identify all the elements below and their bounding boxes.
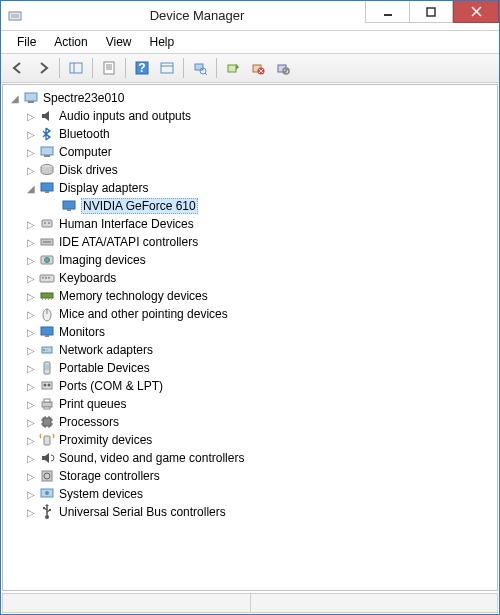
category-label: Human Interface Devices: [59, 217, 194, 231]
system-icon: [39, 486, 55, 502]
computer-icon: [23, 90, 39, 106]
category-label: Bluetooth: [59, 127, 110, 141]
tree-category[interactable]: ▷Proximity devices: [3, 431, 497, 449]
category-label: Print queues: [59, 397, 126, 411]
expand-icon[interactable]: ▷: [25, 146, 37, 158]
svg-rect-6: [70, 63, 82, 73]
maximize-button[interactable]: [409, 1, 453, 23]
tree-category[interactable]: ▷Monitors: [3, 323, 497, 341]
expand-icon[interactable]: ▷: [25, 254, 37, 266]
svg-point-63: [48, 384, 51, 387]
tree-category[interactable]: ▷Computer: [3, 143, 497, 161]
svg-point-58: [46, 349, 48, 351]
forward-button[interactable]: [32, 57, 54, 79]
tree-category[interactable]: ▷Storage controllers: [3, 467, 497, 485]
tree-category[interactable]: ▷Human Interface Devices: [3, 215, 497, 233]
expand-icon[interactable]: ▷: [25, 290, 37, 302]
svg-rect-60: [45, 364, 49, 370]
expand-icon[interactable]: ▷: [25, 326, 37, 338]
expand-icon[interactable]: ▷: [25, 470, 37, 482]
expand-icon[interactable]: ▷: [25, 308, 37, 320]
svg-rect-14: [161, 63, 173, 73]
expand-icon[interactable]: ▷: [25, 362, 37, 374]
tree-category[interactable]: ▷IDE ATA/ATAPI controllers: [3, 233, 497, 251]
category-label: Proximity devices: [59, 433, 152, 447]
tree-category[interactable]: ▷Ports (COM & LPT): [3, 377, 497, 395]
svg-point-42: [45, 258, 50, 263]
svg-rect-28: [28, 101, 34, 103]
tree-category[interactable]: ▷Print queues: [3, 395, 497, 413]
back-button[interactable]: [7, 57, 29, 79]
expand-icon[interactable]: ◢: [25, 182, 37, 194]
minimize-button[interactable]: [365, 1, 409, 23]
tree-device[interactable]: NVIDIA GeForce 610: [3, 197, 497, 215]
tree-category[interactable]: ▷Network adapters: [3, 341, 497, 359]
collapse-icon[interactable]: ◢: [9, 92, 21, 104]
tree-category[interactable]: ▷Mice and other pointing devices: [3, 305, 497, 323]
toolbar: ?: [1, 53, 499, 83]
update-driver-button[interactable]: [222, 57, 244, 79]
menu-view[interactable]: View: [98, 33, 140, 51]
expand-icon[interactable]: ▷: [25, 236, 37, 248]
svg-rect-29: [41, 147, 53, 155]
ports-icon: [39, 378, 55, 394]
category-label: IDE ATA/ATAPI controllers: [59, 235, 198, 249]
expand-icon[interactable]: ▷: [25, 398, 37, 410]
category-label: Display adapters: [59, 181, 148, 195]
expand-icon[interactable]: ▷: [25, 110, 37, 122]
category-label: Imaging devices: [59, 253, 146, 267]
tree-root[interactable]: ◢Spectre23e010: [3, 89, 497, 107]
menu-help[interactable]: Help: [142, 33, 183, 51]
expand-icon[interactable]: ▷: [25, 416, 37, 428]
expand-icon[interactable]: ▷: [25, 272, 37, 284]
expand-icon[interactable]: ▷: [25, 434, 37, 446]
expand-icon[interactable]: ▷: [25, 452, 37, 464]
svg-point-37: [44, 222, 46, 224]
tree-category[interactable]: ▷Disk drives: [3, 161, 497, 179]
tree-category[interactable]: ▷Bluetooth: [3, 125, 497, 143]
category-label: Ports (COM & LPT): [59, 379, 163, 393]
tree-category[interactable]: ▷Memory technology devices: [3, 287, 497, 305]
tree-category[interactable]: ▷Keyboards: [3, 269, 497, 287]
category-label: Monitors: [59, 325, 105, 339]
expand-icon[interactable]: ▷: [25, 506, 37, 518]
tree-category[interactable]: ▷Sound, video and game controllers: [3, 449, 497, 467]
tree-category[interactable]: ▷Imaging devices: [3, 251, 497, 269]
expand-icon[interactable]: ▷: [25, 218, 37, 230]
svg-rect-35: [67, 209, 71, 211]
display-icon: [61, 198, 77, 214]
tree-category[interactable]: ▷System devices: [3, 485, 497, 503]
device-tree[interactable]: ◢Spectre23e010▷Audio inputs and outputs▷…: [2, 84, 498, 591]
expand-icon[interactable]: ▷: [25, 344, 37, 356]
tree-category[interactable]: ▷Audio inputs and outputs: [3, 107, 497, 125]
tree-category[interactable]: ▷Processors: [3, 413, 497, 431]
tree-category[interactable]: ▷Portable Devices: [3, 359, 497, 377]
svg-rect-54: [41, 327, 53, 335]
svg-rect-16: [195, 64, 203, 70]
expand-icon[interactable]: ▷: [25, 488, 37, 500]
imaging-icon: [39, 252, 55, 268]
keyboard-icon: [39, 270, 55, 286]
disable-button[interactable]: [272, 57, 294, 79]
action-button[interactable]: [156, 57, 178, 79]
menu-file[interactable]: File: [9, 33, 44, 51]
svg-rect-65: [44, 399, 50, 402]
uninstall-button[interactable]: [247, 57, 269, 79]
expand-icon[interactable]: ▷: [25, 128, 37, 140]
tree-category[interactable]: ◢Display adapters: [3, 179, 497, 197]
menu-action[interactable]: Action: [46, 33, 95, 51]
svg-text:?: ?: [138, 61, 145, 75]
show-hide-tree-button[interactable]: [65, 57, 87, 79]
memory-icon: [39, 288, 55, 304]
expand-icon[interactable]: ▷: [25, 164, 37, 176]
tree-category[interactable]: ▷Universal Serial Bus controllers: [3, 503, 497, 521]
help-button[interactable]: ?: [131, 57, 153, 79]
status-pane-left: [3, 594, 251, 612]
properties-button[interactable]: [98, 57, 120, 79]
close-button[interactable]: [453, 1, 499, 23]
app-icon: [1, 8, 29, 24]
computer-icon: [39, 144, 55, 160]
scan-hardware-button[interactable]: [189, 57, 211, 79]
expand-icon[interactable]: ▷: [25, 380, 37, 392]
svg-point-81: [45, 515, 49, 519]
